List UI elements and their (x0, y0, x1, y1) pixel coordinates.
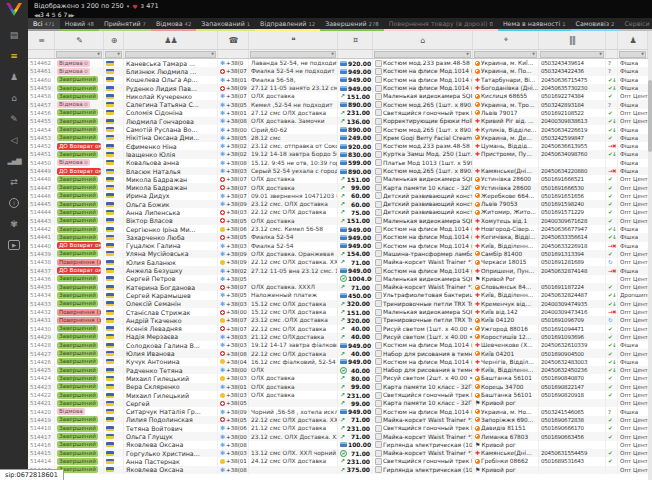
table-row[interactable]: 514452ДО Возврат ок..Єфименко Ніна✻+38(0… (28, 142, 652, 150)
status-badge[interactable]: Завершений (57, 192, 98, 199)
table-row[interactable]: 514431Повернення (з..Андрій Ткаченко+38(… (28, 316, 652, 324)
tab-Прийнятий[interactable]: Прийнятий7 (99, 18, 151, 31)
status-badge[interactable]: Завершений (57, 333, 98, 340)
status-badge[interactable]: Завершений (57, 126, 98, 133)
sidebar-item-video[interactable]: ▶ (0, 234, 28, 255)
status-badge[interactable]: Завершений (57, 292, 98, 299)
table-row[interactable]: 514438Повернення (з..Юлия Баланюк+38(092… (28, 258, 652, 266)
status-badge[interactable]: Відмова⊙ (57, 60, 90, 67)
sidebar-item-integrations[interactable]: ⇄ (0, 171, 28, 192)
table-row[interactable]: 514440ДО Возврат ок..Гуцалюк Галина✻+38(… (28, 242, 652, 250)
table-row[interactable]: 514421ЗавершенийСергей+38(05↗99.00Карта … (28, 399, 652, 407)
status-badge[interactable]: Завершений (57, 226, 98, 233)
ttn-status-column-header[interactable] (606, 31, 618, 49)
status-badge[interactable]: ДО Возврат ок.. (57, 242, 101, 249)
status-badge[interactable]: Завершений (57, 342, 98, 349)
page-button-6[interactable]: 6 (57, 11, 63, 18)
tab-Завершений[interactable]: Завершений278 (320, 18, 384, 31)
status-badge[interactable]: Завершений (57, 284, 98, 291)
country-filter-dropdown[interactable]: ▼ (105, 51, 122, 58)
status-badge[interactable]: Завершений (57, 375, 98, 382)
status-badge[interactable]: Завершений (57, 85, 98, 92)
ttn-column-header[interactable]: ‖‖ (539, 31, 606, 49)
status-badge[interactable]: Завершений (57, 433, 98, 440)
status-badge[interactable]: ДО Возврат ок.. (57, 168, 101, 175)
table-row[interactable]: 514462Відмова⊙Каневська Тамара ...✻+38(0… (28, 59, 652, 67)
status-badge[interactable]: Завершений (57, 209, 98, 216)
favorites-heart-icon[interactable]: ♥ (132, 3, 137, 10)
chevron-down-icon[interactable]: ▾ (127, 3, 130, 9)
table-row[interactable]: 514434ЗавершенийСергей Карамышев✻+38(05Н… (28, 291, 652, 299)
ttn-filter-dropdown[interactable]: ▼ (540, 51, 604, 58)
table-row[interactable]: 514442ЗавершенийСергіюнко Іріна Ми...+38… (28, 225, 652, 233)
table-row[interactable]: 514427ЗавершенийЮлия Иванова+38(0822.12 … (28, 349, 652, 357)
address-filter-dropdown[interactable]: ▼ (474, 51, 537, 58)
table-row[interactable]: 514447ЗавершенийМикола Бадражан+38(07ОЛХ… (28, 183, 652, 191)
table-row[interactable]: 514445ЗавершенийОльга Божик✻+38(0923.12 … (28, 200, 652, 208)
phone-column-header[interactable]: ☎ (218, 31, 249, 49)
page-button-5[interactable]: 5 (51, 11, 57, 18)
table-row[interactable]: 514437ДО Возврат ок..Анжела Безушку✻+38(… (28, 266, 652, 274)
tab-Всі[interactable]: Всі471 (28, 18, 60, 31)
tab-Нема в наявності[interactable]: Нема в наявності1 (498, 18, 571, 31)
status-badge[interactable]: Завершений (57, 217, 98, 224)
sidebar-item-warehouse[interactable]: ⌂ (0, 87, 28, 108)
table-row[interactable]: 514413ЗавершенийЯковлева Оксана✻+38(08↗3… (28, 466, 652, 474)
table-row[interactable]: 514457Відмова⊙Салегина Татьяна С...✻+38(… (28, 100, 652, 108)
table-row[interactable]: 514458ЗавершенийНиколай Кучеренко✻+38(07… (28, 92, 652, 100)
status-badge[interactable]: Завершений (57, 250, 98, 257)
table-row[interactable]: 514425ЗавершенийРадченко Тетяна✻+38(00ОЛ… (28, 366, 652, 374)
comment-filter-dropdown[interactable]: ▼ (250, 51, 336, 58)
status-badge[interactable]: Завершений (57, 109, 98, 116)
table-row[interactable]: 514460ЗавершенийКошелева Ольга Ар...✻+38… (28, 76, 652, 84)
table-row[interactable]: 514414ЗавершенийАнна Пастернак+38(0124.1… (28, 457, 652, 465)
status-badge[interactable]: Відмова⊙ (57, 159, 90, 166)
table-row[interactable]: 514459ЗавершенийРуденко Лидия Пав...+38(… (28, 84, 652, 92)
sidebar-item-orders[interactable]: ≡ (0, 45, 28, 66)
sidebar-item-announcements[interactable]: ◁ (0, 129, 28, 150)
table-row[interactable]: 514446ЗавершенийИрина Дидух✻+38(0709.01 … (28, 192, 652, 200)
status-badge[interactable]: Завершений (57, 93, 98, 100)
table-row[interactable]: 514453ЗавершенийНікітіна Оксана Дми...✻+… (28, 134, 652, 142)
table-row[interactable]: 514450Відмова⊙Ковальова анна✻+38(0815.12… (28, 159, 652, 167)
table-row[interactable]: 514436ЗавершенийСергей Петров✻+38(05₴100… (28, 275, 652, 283)
table-row[interactable]: 514448ЗавершенийМикола Бадражан+38(07ОЛХ… (28, 175, 652, 183)
sidebar-item-info[interactable]: i (0, 192, 28, 213)
table-row[interactable]: 514420ВідмоваСитарчук Наталія Гр...✻+38(… (28, 407, 652, 415)
table-row[interactable]: 514430ЗавершенийКсенія Левадняя+38(0722.… (28, 325, 652, 333)
tab-Новий[interactable]: Новий48 (60, 18, 99, 31)
status-badge[interactable]: Завершений (57, 450, 98, 457)
table-row[interactable]: 514428ЗавершенийСолодкова Галина В...✻+3… (28, 341, 652, 349)
status-badge[interactable]: Відмова⊙ (57, 101, 90, 108)
table-row[interactable]: 514429ЗавершенийНадія Мерзаєва✻+38(0321.… (28, 333, 652, 341)
table-row[interactable]: 514441ЗавершенийЗахарченко Люба+38(05Фиа… (28, 233, 652, 241)
vertical-scrollbar[interactable] (648, 31, 652, 480)
status-badge[interactable]: Завершений (57, 325, 98, 332)
tab-Відмова[interactable]: Відмова42 (151, 18, 196, 31)
country-column-header[interactable]: ⊕ (104, 31, 124, 49)
status-badge[interactable]: Завершений (57, 458, 98, 465)
id-column-header[interactable]: ≡ (28, 31, 55, 49)
table-row[interactable]: 514435ЗавершенийКатерина Богданова+38(07… (28, 283, 652, 291)
page-button-4[interactable]: 4 (45, 11, 51, 18)
table-row[interactable]: 514451ЗавершенийІващенко Юлія✻+38(0219.1… (28, 150, 652, 158)
client-column-header[interactable]: ♟♟ (124, 31, 218, 49)
table-row[interactable]: 514461Відмова⊙Близнюк Людмила ...+38(07Ф… (28, 67, 652, 75)
table-row[interactable]: 514432Повернення (з..Станіслав Стрижак+3… (28, 308, 652, 316)
table-row[interactable]: 514417ЗавершенийОльга Глущук✻+38(0023.12… (28, 432, 652, 440)
status-badge[interactable]: Завершений (57, 151, 98, 158)
status-badge[interactable]: Завершений (57, 234, 98, 241)
status-badge[interactable]: Повернення (з.. (57, 259, 101, 266)
status-badge[interactable]: Завершений (57, 425, 98, 432)
client-filter-dropdown[interactable]: ▼ (125, 51, 216, 58)
status-badge[interactable]: Завершений (57, 416, 98, 423)
tab-Повернення товару (в дорозі)[interactable]: Повернення товару (в дорозі)0 (384, 18, 498, 31)
table-row[interactable]: 514455ЗавершенийЛюдмила Гончарова✻+38(08… (28, 117, 652, 125)
status-badge[interactable]: Завершений (57, 201, 98, 208)
status-badge[interactable]: Завершений (57, 350, 98, 357)
status-badge[interactable]: Завершений (57, 358, 98, 365)
sidebar-item-edit-tags[interactable]: ✎ (0, 108, 28, 129)
status-filter-dropdown[interactable]: ▼ (56, 51, 102, 58)
site-column-header[interactable]: ♟ (618, 31, 648, 49)
table-row[interactable]: 514416ЗавершенийЯковлева Оксана✻+38(0810… (28, 441, 652, 449)
